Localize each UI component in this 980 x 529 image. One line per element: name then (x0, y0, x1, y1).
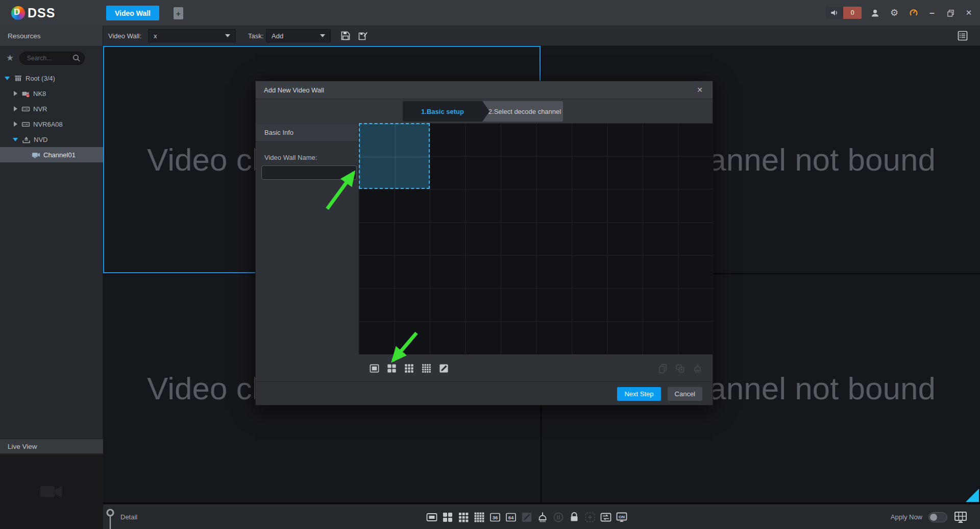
nvr-device-icon (21, 105, 30, 113)
wall-layout-grid[interactable] (359, 123, 714, 354)
tree-item-nvr[interactable]: NVR (0, 101, 103, 116)
swap-screen-icon[interactable] (600, 511, 612, 523)
user-icon[interactable] (869, 7, 881, 19)
speaker-icon[interactable] (826, 7, 843, 19)
tree-item-nvr6a08[interactable]: NVR6A08 (0, 116, 103, 132)
copy-screen-icon[interactable] (657, 363, 668, 374)
step-basic-setup[interactable]: 1.Basic setup (403, 101, 489, 122)
video-placeholder-icon (39, 483, 64, 500)
wall-output-icon[interactable] (953, 511, 968, 524)
corner-notification-marker[interactable] (966, 489, 979, 502)
tree-item-label: NVD (34, 136, 47, 143)
screen-edit-tools (657, 354, 703, 382)
detail-label: Detail (120, 504, 137, 529)
detail-list-icon[interactable] (957, 30, 969, 42)
pause-tour-icon[interactable] (552, 511, 565, 523)
step-bar: 1.Basic setup 2.Select decode channel (256, 99, 713, 123)
video-wall-name-label: Video Wall Name: (264, 154, 317, 161)
svg-text:ON: ON (619, 514, 625, 519)
task-select[interactable]: Add (266, 29, 331, 42)
layout-16-icon[interactable] (473, 511, 485, 523)
alarm-sound-group[interactable]: 0 (826, 7, 862, 19)
tree-item-label: NVR6A08 (33, 121, 63, 128)
layout-1-icon[interactable] (369, 363, 380, 374)
collapse-icon[interactable] (5, 77, 10, 80)
search-input[interactable] (20, 55, 72, 62)
roam-brush-icon[interactable] (536, 511, 549, 523)
expand-icon[interactable] (14, 106, 17, 111)
detail-slider-pin[interactable] (103, 508, 117, 529)
search-icon[interactable] (72, 54, 81, 63)
decode-channel-icon (32, 151, 40, 159)
basic-info-section-header: Basic Info (256, 123, 358, 142)
apply-now-group: Apply Now (891, 504, 968, 529)
apply-now-toggle[interactable] (928, 512, 947, 522)
screen-on-icon[interactable]: ON (616, 511, 628, 523)
dss-logo: DSS (11, 6, 55, 20)
dss-app: DSS Video Wall + 0 ⚙ – (0, 0, 980, 529)
cancel-button[interactable]: Cancel (668, 387, 702, 401)
chevron-down-icon (320, 34, 325, 37)
tree-item-label: Root (3/4) (26, 75, 55, 82)
minimize-button[interactable]: – (927, 8, 937, 18)
layout-16-icon[interactable] (421, 363, 432, 374)
custom-split-icon[interactable] (521, 511, 533, 523)
save-button[interactable] (340, 30, 351, 41)
performance-gauge-icon[interactable] (908, 7, 920, 19)
settings-gear-icon[interactable]: ⚙ (888, 7, 900, 19)
video-wall-name-input[interactable] (261, 165, 357, 180)
video-wall-select-label: Video Wall: (108, 26, 141, 46)
layout-presets (369, 354, 449, 382)
dialog-title: Add New Video Wall (264, 86, 324, 94)
expand-icon[interactable] (14, 91, 17, 96)
toggle-knob (930, 514, 937, 521)
close-window-button[interactable]: ✕ (964, 8, 974, 17)
tree-item-label: Channel01 (43, 151, 76, 159)
basic-info-panel: Basic Info Video Wall Name: (256, 123, 359, 354)
resources-sidebar: ★ Root (3/4) NK8 (0, 46, 103, 529)
device-tree: Root (3/4) NK8 NVR N (0, 70, 103, 162)
chevron-down-icon (225, 34, 230, 37)
task-select-label: Task: (248, 26, 263, 46)
search-box[interactable] (19, 52, 85, 65)
custom-layout-pen-icon[interactable] (438, 363, 449, 374)
live-view-header[interactable]: Live View (0, 439, 103, 454)
nvr-device-icon (21, 120, 30, 129)
dss-logo-icon (11, 6, 25, 20)
layout-4-icon[interactable] (386, 363, 397, 374)
expand-select-icon[interactable] (584, 511, 596, 523)
expand-icon[interactable] (14, 122, 17, 127)
restore-window-button[interactable] (944, 7, 957, 19)
step-select-decode-channel[interactable]: 2.Select decode channel (479, 101, 563, 122)
combine-screen-icon[interactable] (675, 363, 685, 374)
tab-video-wall[interactable]: Video Wall (106, 6, 159, 20)
selected-screen-area[interactable] (359, 123, 430, 189)
alarm-count-badge: 0 (843, 7, 862, 19)
layout-9-icon[interactable] (457, 511, 470, 523)
layout-64-icon[interactable]: 64 (505, 511, 517, 523)
next-step-button[interactable]: Next Step (617, 387, 660, 401)
tree-item-nvd[interactable]: NVD (0, 132, 103, 147)
tree-item-nk8[interactable]: NK8 (0, 86, 103, 101)
video-wall-select[interactable]: x (148, 29, 236, 42)
tree-item-channel01[interactable]: Channel01 (0, 147, 103, 162)
clear-screen-brush-icon[interactable] (692, 363, 703, 374)
layout-icon-row: 36 64 ON (426, 504, 628, 529)
layout-1-icon[interactable] (426, 511, 438, 523)
layout-9-icon[interactable] (404, 363, 414, 374)
tree-item-root[interactable]: Root (3/4) (0, 70, 103, 86)
add-tab-button[interactable]: + (174, 7, 183, 19)
layout-36-icon[interactable]: 36 (489, 511, 501, 523)
resources-panel-header: Resources (0, 26, 103, 46)
layout-4-icon[interactable] (442, 511, 454, 523)
tree-item-label: NVR (33, 105, 47, 113)
close-dialog-button[interactable]: ✕ (695, 86, 704, 94)
lock-icon[interactable] (568, 511, 580, 523)
dialog-header: Add New Video Wall ✕ (256, 81, 713, 99)
top-bar: DSS Video Wall + 0 ⚙ – (0, 0, 980, 26)
save-as-button[interactable] (357, 30, 369, 41)
decoder-device-icon (22, 135, 31, 144)
favorites-star-icon[interactable]: ★ (6, 53, 14, 63)
collapse-icon[interactable] (13, 138, 18, 141)
organization-icon (14, 74, 22, 83)
